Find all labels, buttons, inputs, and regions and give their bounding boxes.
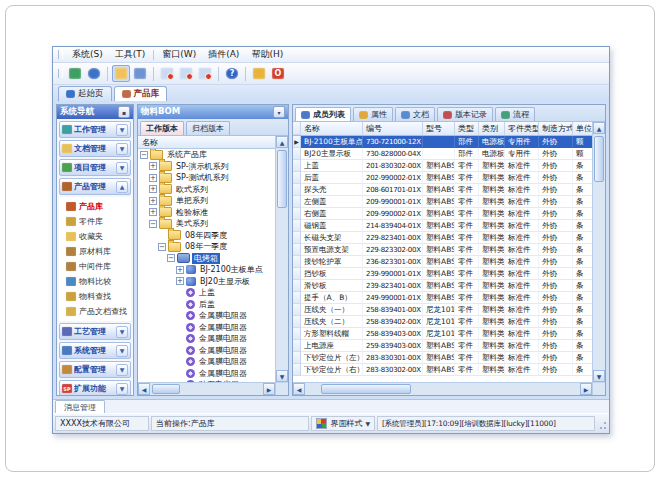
table-row[interactable]: 接钞轮护罩236-823301-00X塑料ABS零件塑料类标准件外协条: [293, 256, 592, 268]
tree-node-11[interactable]: +BJ20主显示板: [138, 276, 275, 288]
expand-icon[interactable]: +: [176, 266, 184, 274]
tree-node-15[interactable]: 金属膜电阻器: [138, 322, 275, 334]
exit-button[interactable]: O: [269, 65, 287, 82]
bom-tab-1[interactable]: 归档版本: [186, 121, 230, 135]
tree-node-7[interactable]: 08年四季度: [138, 230, 275, 242]
table-row[interactable]: BJ20主显示板730-828000-04X部件电源板专用件外协颗: [293, 148, 592, 160]
tree-node-18[interactable]: 金属膜电阻器: [138, 356, 275, 368]
sidebar-section-0[interactable]: 工作管理▼: [59, 121, 131, 138]
scroll-down-icon[interactable]: ▼: [276, 370, 288, 382]
expand-icon[interactable]: +: [149, 208, 157, 216]
sidebar-collapse-icon[interactable]: ▪: [118, 106, 130, 118]
sidebar-item-0[interactable]: 产品库: [59, 199, 131, 214]
table-row[interactable]: 滑钞板239-823401-00X塑料ABS零件塑料类标准件外协条: [293, 280, 592, 292]
sidebar-item-7[interactable]: 产品文档查找: [59, 304, 131, 319]
bom-hscroll-thumb[interactable]: [152, 384, 180, 394]
bom-hscrollbar[interactable]: ◀ ▶: [138, 382, 275, 395]
tree-node-10[interactable]: +BJ-2100主板单点: [138, 264, 275, 276]
collapse-icon[interactable]: −: [140, 151, 148, 159]
report-grid-button[interactable]: [131, 65, 149, 82]
bom-vscroll-thumb[interactable]: [277, 150, 287, 208]
expand-icon[interactable]: +: [176, 277, 184, 285]
table-row[interactable]: 左侧盖209-990001-01X塑料ABS零件塑料类标准件外协条: [293, 196, 592, 208]
sidebar-section-5[interactable]: 系统管理▼: [59, 342, 131, 359]
sidebar-item-4[interactable]: 中间件库: [59, 259, 131, 274]
menu-item-0[interactable]: 系统(S): [66, 48, 109, 61]
sidebar-item-3[interactable]: 原材料库: [59, 244, 131, 259]
column-header-6[interactable]: 制造方式: [539, 122, 573, 135]
scroll-up-icon[interactable]: ▲: [276, 136, 288, 148]
window-delete-button[interactable]: [196, 65, 214, 82]
doc-tab-1[interactable]: 产品库: [114, 86, 168, 101]
doc-tab-0[interactable]: 起始页: [58, 86, 112, 101]
globe-button[interactable]: [85, 65, 103, 82]
menu-item-3[interactable]: 窗口(W): [156, 48, 202, 61]
message-tab[interactable]: 消息管理: [55, 400, 105, 413]
bom-pin-icon[interactable]: ▾: [273, 106, 285, 118]
sidebar-section-4[interactable]: 工艺管理▼: [59, 323, 131, 340]
table-row[interactable]: 下钞定位片（左）283-830301-00X塑料ABS零件塑料类标准件外协条: [293, 352, 592, 364]
menubar-grip[interactable]: [58, 50, 63, 59]
table-row[interactable]: 后盖202-990002-01X塑料ABS零件塑料类标准件外协条: [293, 172, 592, 184]
lock-button[interactable]: [250, 65, 268, 82]
table-row[interactable]: 方形塑料线帽258-839403-00X尼龙1010零件塑料类标准件外协条: [293, 328, 592, 340]
table-row[interactable]: 预置电源支架229-823302-00X塑料ABS零件塑料类标准件外协条: [293, 244, 592, 256]
column-header-3[interactable]: 类型: [455, 122, 479, 135]
column-header-5[interactable]: 零件类型: [505, 122, 539, 135]
scroll-left-icon[interactable]: ◀: [138, 383, 150, 395]
expand-icon[interactable]: +: [149, 185, 157, 193]
table-row[interactable]: ▶BJ-2100主板单点730-721000-12X部件电源板专用件外协颗: [293, 136, 592, 148]
chevron-down-icon[interactable]: ▼: [116, 326, 128, 338]
toolbar-grip[interactable]: [58, 69, 63, 78]
column-header-7[interactable]: 单位: [573, 122, 592, 135]
menu-item-4[interactable]: 插件(A): [202, 48, 245, 61]
tree-node-13[interactable]: 后盖: [138, 299, 275, 311]
member-tab-1[interactable]: 属性: [353, 107, 393, 121]
table-row[interactable]: 下钞定位片（右）283-830302-00X塑料ABS零件塑料类标准件外协条: [293, 364, 592, 376]
tree-node-16[interactable]: 金属膜电阻器: [138, 333, 275, 345]
member-tab-4[interactable]: 流程: [495, 107, 535, 121]
table-row[interactable]: 磁钢盖214-839404-01X塑料ABS零件塑料类标准件外协条: [293, 220, 592, 232]
tree-node-17[interactable]: 金属膜电阻器: [138, 345, 275, 357]
table-row[interactable]: 压线夹（二）258-839402-00X尼龙1010零件塑料类标准件外协条: [293, 316, 592, 328]
table-row[interactable]: 上盖201-830302-00X塑料ABS零件塑料类标准件外协条: [293, 160, 592, 172]
expand-icon[interactable]: +: [149, 197, 157, 205]
column-header-2[interactable]: 型号: [423, 122, 455, 135]
window-refresh-button[interactable]: [177, 65, 195, 82]
collapse-icon[interactable]: −: [158, 243, 166, 251]
column-header-0[interactable]: 名称: [301, 122, 363, 135]
table-row[interactable]: 压线夹（一）258-839401-00X尼龙1010零件塑料类标准件外协条: [293, 304, 592, 316]
sidebar-section-3[interactable]: 产品管理▲: [59, 178, 131, 195]
sidebar-item-6[interactable]: 物料查找: [59, 289, 131, 304]
table-row[interactable]: 提手（A、B）249-990001-01X塑料ABS零件塑料类标准件外协条: [293, 292, 592, 304]
scroll-down-icon[interactable]: ▼: [593, 370, 605, 382]
folder-open-button[interactable]: [112, 65, 130, 82]
table-row[interactable]: 探头壳208-601701-01X塑料ABS零件塑料类标准件外协条: [293, 184, 592, 196]
collapse-icon[interactable]: −: [149, 220, 157, 228]
chevron-down-icon[interactable]: ▼: [116, 143, 128, 155]
scroll-left-icon[interactable]: ◀: [293, 383, 305, 395]
menu-item-1[interactable]: 工具(T): [109, 48, 152, 61]
chevron-down-icon[interactable]: ▼: [116, 383, 128, 395]
desktop-button[interactable]: [66, 65, 84, 82]
tree-node-19[interactable]: 金属膜电阻器: [138, 368, 275, 380]
menu-item-5[interactable]: 帮助(H): [245, 48, 289, 61]
tree-node-8[interactable]: −08年一季度: [138, 241, 275, 253]
sidebar-section-1[interactable]: 文档管理▼: [59, 140, 131, 157]
table-hscrollbar[interactable]: ◀ ▶: [293, 382, 592, 395]
help-button[interactable]: ?: [223, 65, 241, 82]
table-row[interactable]: 上电源座259-839403-00X塑料ABS零件塑料类标准件外协条: [293, 340, 592, 352]
expand-icon[interactable]: +: [149, 174, 157, 182]
tree-node-6[interactable]: −美式系列: [138, 218, 275, 230]
chevron-up-icon[interactable]: ▲: [116, 181, 128, 193]
member-tab-3[interactable]: 版本记录: [437, 107, 493, 121]
table-vscrollbar[interactable]: ▲ ▼: [592, 122, 605, 395]
table-row[interactable]: 右侧盖209-990002-01X塑料ABS零件塑料类标准件外协条: [293, 208, 592, 220]
tree-node-9[interactable]: −电烤箱: [138, 253, 275, 265]
column-header-4[interactable]: 类别: [479, 122, 505, 135]
table-row[interactable]: 挡钞板239-990001-01X塑料ABS零件塑料类标准件外协条: [293, 268, 592, 280]
sidebar-item-2[interactable]: 收藏夹: [59, 229, 131, 244]
chevron-down-icon[interactable]: ▼: [116, 364, 128, 376]
resize-grip[interactable]: [597, 417, 607, 430]
window-add-button[interactable]: [158, 65, 176, 82]
